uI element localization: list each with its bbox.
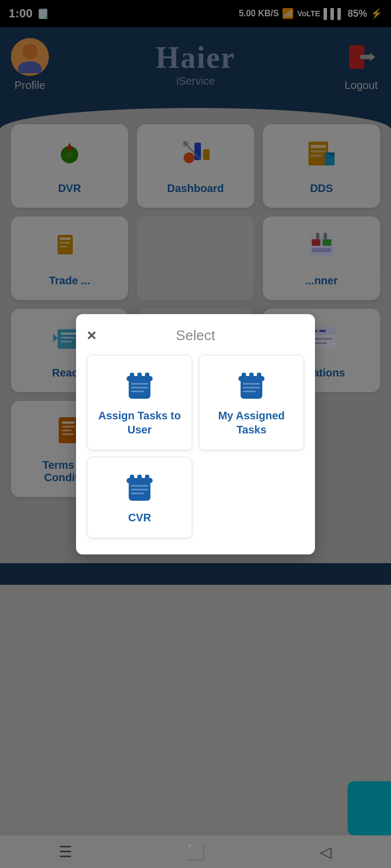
modal-close-button[interactable]: ×	[87, 327, 97, 343]
svg-rect-52	[131, 391, 144, 392]
modal-header: × Select	[87, 327, 304, 344]
modal-title: Select	[176, 327, 215, 344]
my-assigned-tasks-button[interactable]: My Assigned Tasks	[199, 355, 304, 450]
svg-rect-61	[129, 481, 150, 501]
svg-rect-50	[131, 383, 148, 385]
svg-rect-63	[130, 475, 134, 480]
svg-rect-45	[129, 379, 150, 399]
svg-rect-56	[249, 373, 254, 378]
svg-rect-57	[257, 373, 261, 378]
svg-rect-58	[243, 383, 260, 385]
svg-rect-48	[137, 373, 142, 378]
assign-tasks-icon	[124, 368, 155, 401]
modal-overlay[interactable]: × Select	[0, 0, 391, 868]
cvr-button[interactable]: CVR	[87, 457, 192, 538]
svg-rect-49	[145, 373, 149, 378]
svg-rect-55	[242, 373, 246, 378]
modal-grid: Assign Tasks to User My Ass	[87, 355, 304, 538]
svg-rect-51	[131, 387, 148, 388]
my-assigned-tasks-icon	[236, 368, 267, 401]
modal-empty-slot	[199, 457, 304, 538]
svg-rect-60	[243, 391, 256, 392]
select-modal: × Select	[76, 314, 315, 554]
svg-rect-53	[241, 379, 262, 399]
svg-rect-47	[130, 373, 134, 378]
svg-rect-65	[145, 475, 149, 480]
svg-rect-66	[131, 485, 148, 487]
svg-rect-67	[131, 489, 148, 490]
svg-rect-68	[131, 493, 144, 494]
svg-rect-64	[137, 475, 142, 480]
svg-rect-59	[243, 387, 260, 388]
assign-tasks-button[interactable]: Assign Tasks to User	[87, 355, 192, 450]
cvr-icon	[124, 470, 155, 503]
